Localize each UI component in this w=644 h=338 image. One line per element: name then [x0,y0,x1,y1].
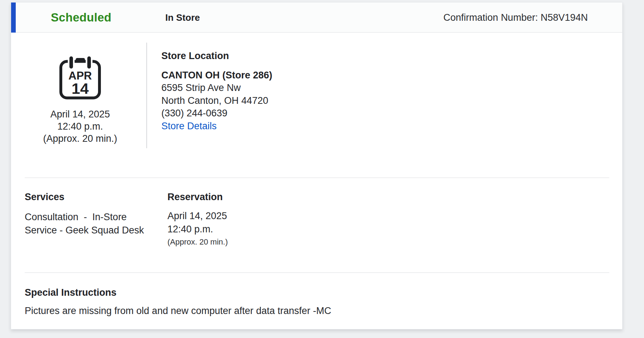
store-address-line1: 6595 Strip Ave Nw [161,82,272,95]
section-divider-bottom [25,272,609,273]
calendar-day-text: 14 [72,80,89,97]
services-line-1: Consultation - In-Store [25,211,144,224]
status-accent-bar [11,3,16,33]
calendar-icon: APR 14 [58,55,103,101]
services-description: Consultation - In-Store Service - Geek S… [25,211,144,237]
store-location-heading: Store Location [161,50,272,62]
appointment-datetime-block: APR 14 April 14, 2025 12:40 p.m. (Approx… [35,55,125,145]
store-name: CANTON OH (Store 286) [161,69,272,82]
appointment-time: 12:40 p.m. [35,120,125,132]
store-phone: (330) 244-0639 [161,107,272,120]
confirmation-number: Confirmation Number: N58V194N [443,3,588,33]
services-heading: Services [25,192,64,203]
appointment-date: April 14, 2025 [35,108,125,120]
special-instructions-text: Pictures are missing from old and new co… [25,305,331,317]
special-instructions-heading: Special Instructions [25,287,117,298]
section-divider-top [25,178,609,178]
channel-label: In Store [165,3,200,33]
appointment-page: Scheduled In Store Confirmation Number: … [0,0,644,338]
reservation-heading: Reservation [167,192,223,203]
services-line-2: Service - Geek Squad Desk [25,224,144,237]
store-location-block: Store Location CANTON OH (Store 286) 659… [161,50,272,132]
appointment-card: Scheduled In Store Confirmation Number: … [11,2,623,329]
vertical-divider [146,43,147,148]
store-details-link[interactable]: Store Details [161,120,217,133]
reservation-date: April 14, 2025 [167,211,227,222]
reservation-duration: (Approx. 20 min.) [167,237,228,247]
appointment-duration: (Approx. 20 min.) [35,132,125,145]
status-label: Scheduled [51,3,112,33]
appointment-card-header: Scheduled In Store Confirmation Number: … [11,3,622,33]
store-address-line2: North Canton, OH 44720 [161,95,272,107]
reservation-time: 12:40 p.m. [167,224,213,235]
